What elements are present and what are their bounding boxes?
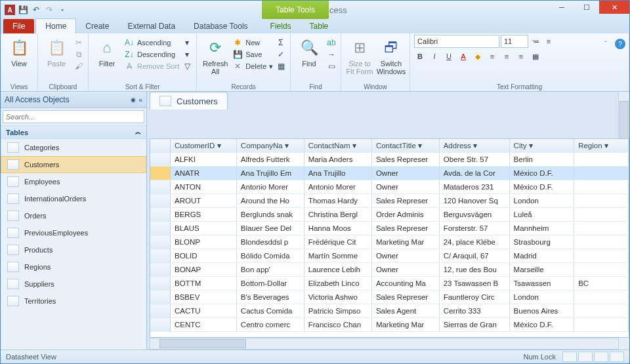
table-row[interactable]: ANATRAna Trujillo EmAna TrujilloOwnerAvd… (150, 167, 629, 180)
more-records-button[interactable]: ▦ (276, 61, 286, 71)
view-datasheet-icon[interactable] (562, 352, 577, 362)
cell[interactable]: Francisco Chan (304, 318, 371, 332)
new-record-button[interactable]: ✱New (232, 37, 273, 48)
numbering-icon[interactable]: ≡ (543, 35, 555, 47)
row-selector[interactable] (150, 263, 171, 277)
cell[interactable]: Berglunds snak (236, 208, 304, 222)
cell[interactable] (574, 153, 629, 167)
cell[interactable]: Elizabeth Linco (304, 277, 371, 291)
column-header[interactable]: ContactTitle ▾ (371, 139, 439, 153)
cell[interactable]: BC (574, 277, 629, 291)
cell[interactable]: Cerrito 333 (439, 304, 509, 318)
align-right-button[interactable]: ≡ (515, 51, 527, 62)
find-button[interactable]: 🔍 Find (295, 35, 324, 68)
cell[interactable]: Blondesddsl p (236, 235, 304, 249)
cell[interactable]: BSBEV (171, 291, 237, 304)
cell[interactable]: Sales Represer (371, 153, 439, 167)
table-row[interactable]: AROUTAround the HoThomas HardySales Repr… (150, 194, 629, 208)
align-left-button[interactable]: ≡ (486, 51, 498, 62)
cell[interactable] (574, 263, 629, 277)
descending-button[interactable]: Z↓Descending (124, 49, 179, 60)
maximize-button[interactable]: ☐ (574, 1, 599, 14)
cell[interactable]: BONAP (171, 263, 237, 277)
cell[interactable]: Marketing Mar (371, 318, 439, 332)
gridlines-button[interactable]: ▦ (530, 51, 541, 62)
cell[interactable] (574, 194, 629, 208)
cell[interactable]: Fauntleroy Circ (439, 291, 509, 304)
bullets-icon[interactable]: ≔ (530, 35, 541, 47)
tab-fields[interactable]: Fields (261, 19, 301, 33)
row-selector[interactable] (150, 180, 171, 194)
cell[interactable] (574, 304, 629, 318)
cell[interactable] (574, 249, 629, 263)
minimize-ribbon-icon[interactable]: ˇ (600, 39, 611, 49)
cell[interactable]: Luleå (509, 208, 574, 222)
cell[interactable]: ANATR (171, 167, 237, 180)
row-selector[interactable] (150, 235, 171, 249)
tab-file[interactable]: File (3, 19, 34, 33)
format-painter-button[interactable]: 🖌 (74, 61, 84, 71)
cell[interactable]: Centro comerc (236, 318, 304, 332)
cell[interactable]: Antonio Morer (304, 180, 371, 194)
nav-item-products[interactable]: Products (1, 241, 146, 258)
filter-button[interactable]: ⌂ Filter (93, 35, 121, 68)
cell[interactable]: 120 Hanover Sq (439, 194, 509, 208)
view-chart-icon[interactable] (610, 352, 624, 362)
row-selector[interactable] (150, 222, 171, 235)
spelling-button[interactable]: ✓ (276, 49, 286, 60)
copy-button[interactable]: ⧉ (74, 49, 84, 60)
nav-header[interactable]: All Access Objects ◉« (1, 92, 146, 108)
cell[interactable]: BOTTM (171, 277, 237, 291)
cell[interactable] (574, 235, 629, 249)
redo-icon[interactable]: ↷ (44, 5, 54, 15)
remove-sort-button[interactable]: A̶Remove Sort (124, 61, 179, 71)
cell[interactable]: B's Beverages (236, 291, 304, 304)
row-selector[interactable] (150, 167, 171, 180)
totals-button[interactable]: Σ (276, 37, 286, 48)
table-row[interactable]: BSBEVB's BeveragesVictoria AshwoSales Re… (150, 291, 629, 304)
fill-color-button[interactable]: ◆ (472, 51, 484, 62)
cell[interactable]: BLAUS (171, 222, 237, 235)
nav-item-suppliers[interactable]: Suppliers (1, 275, 146, 293)
table-row[interactable]: CENTCCentro comercFrancisco ChanMarketin… (150, 318, 629, 332)
cell[interactable]: Madrid (509, 249, 574, 263)
cell[interactable]: Mannheim (509, 222, 574, 235)
cell[interactable] (574, 167, 629, 180)
column-header[interactable]: CustomerID ▾ (171, 139, 237, 153)
row-selector[interactable] (150, 291, 171, 304)
tab-database-tools[interactable]: Database Tools (184, 19, 257, 33)
cell[interactable]: Order Adminis (371, 208, 439, 222)
view-design-icon[interactable] (578, 352, 593, 362)
table-row[interactable]: ANTONAntonio MorerAntonio MorerOwnerMata… (150, 180, 629, 194)
cell[interactable]: Sales Represer (371, 291, 439, 304)
cell[interactable]: 23 Tsawassen B (439, 277, 509, 291)
delete-record-button[interactable]: ✕Delete ▾ (232, 61, 273, 71)
cell[interactable]: Berlin (509, 153, 574, 167)
paste-button[interactable]: 📋 Paste (42, 35, 71, 68)
cell[interactable]: C/ Araquil, 67 (439, 249, 509, 263)
nav-item-categories[interactable]: Categories (1, 139, 146, 156)
nav-item-previousemployees[interactable]: PreviousEmployees (1, 224, 146, 241)
cell[interactable]: Patricio Simpso (304, 304, 371, 318)
cell[interactable]: Mataderos 231 (439, 180, 509, 194)
cell[interactable]: Victoria Ashwo (304, 291, 371, 304)
horizontal-scrollbar[interactable] (150, 338, 619, 350)
cell[interactable]: Sierras de Gran (439, 318, 509, 332)
align-center-button[interactable]: ≡ (501, 51, 513, 62)
table-row[interactable]: BLONPBlondesddsl pFrédérique CitMarketin… (150, 235, 629, 249)
row-selector[interactable] (150, 208, 171, 222)
cell[interactable]: Owner (371, 167, 439, 180)
column-header[interactable]: Address ▾ (439, 139, 509, 153)
font-size-combo[interactable]: 11 (501, 35, 528, 48)
cut-button[interactable]: ✂ (74, 37, 84, 48)
italic-button[interactable]: I (429, 51, 440, 62)
nav-collapse-icon[interactable]: ◉« (131, 96, 142, 104)
cell[interactable]: Berguvsvägen (439, 208, 509, 222)
cell[interactable]: Tsawassen (509, 277, 574, 291)
nav-group-tables[interactable]: Tables ︽ (1, 125, 146, 139)
cell[interactable]: México D.F. (509, 180, 574, 194)
cell[interactable]: Around the Ho (236, 194, 304, 208)
save-icon[interactable]: 💾 (18, 5, 28, 15)
switch-windows-button[interactable]: 🗗 Switch Windows (377, 35, 406, 75)
view-pivot-icon[interactable] (594, 352, 608, 362)
